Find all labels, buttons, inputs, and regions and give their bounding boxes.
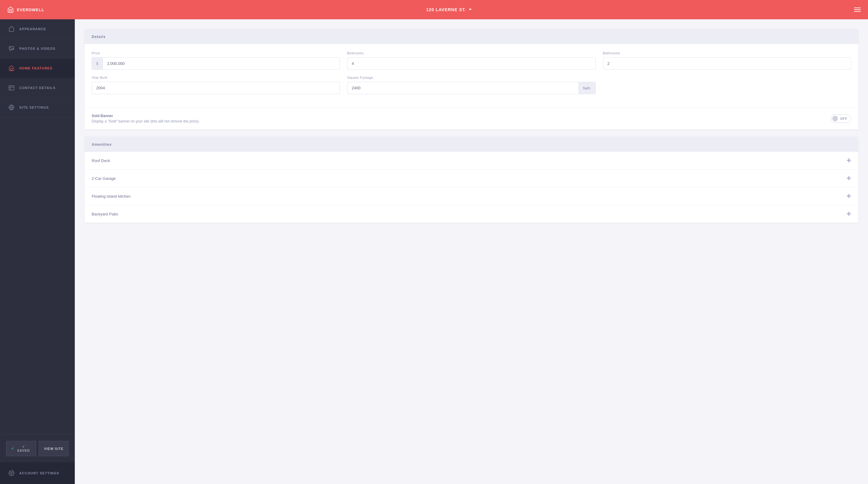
bedrooms-input[interactable] — [347, 57, 595, 70]
year-built-input[interactable] — [92, 82, 340, 94]
price-input[interactable] — [103, 58, 340, 69]
sqft-group: Square Footage Sqft. — [347, 76, 595, 94]
amenity-add-icon[interactable]: ✚ — [846, 193, 851, 200]
sidebar-item-account-settings[interactable]: ACCOUNT SETTINGS — [0, 462, 75, 484]
view-site-button[interactable]: VIEW SITE — [39, 441, 69, 456]
sqft-input-wrapper: Sqft. — [347, 82, 595, 94]
toggle-knob — [832, 116, 838, 121]
year-built-group: Year Built — [92, 76, 340, 94]
amenity-name: Roof Deck — [92, 158, 110, 163]
amenity-name: Floating island kitchen — [92, 194, 131, 199]
sidebar: APPEARANCE PHOTOS & VIDEOS HOME FEATURES — [0, 19, 75, 484]
bathrooms-input[interactable] — [603, 57, 851, 70]
sold-banner-desc: Display a "Sold" banner on your site (th… — [92, 119, 199, 123]
amenity-item[interactable]: Roof Deck ✚ — [85, 152, 858, 170]
price-prefix: $ — [92, 58, 103, 69]
svg-rect-3 — [9, 86, 14, 90]
amenities-header: Amenities — [85, 137, 858, 152]
sold-banner-label: Sold Banner — [92, 114, 199, 118]
svg-point-8 — [11, 473, 12, 474]
details-body: Price $ Bedrooms Bathrooms — [85, 44, 858, 108]
bedrooms-group: Bedrooms — [347, 51, 595, 70]
sidebar-item-home-features[interactable]: HOME FEATURES — [0, 59, 75, 78]
sold-banner-toggle[interactable]: OFF — [831, 114, 851, 123]
svg-point-1 — [10, 48, 11, 48]
price-label: Price — [92, 51, 340, 55]
sidebar-bottom: ✓ ✓ SAVED VIEW SITE — [0, 434, 75, 462]
toggle-label: OFF — [840, 117, 847, 120]
details-header: Details — [85, 29, 858, 44]
amenity-item[interactable]: 2-Car Garage ✚ — [85, 170, 858, 187]
amenities-title: Amenities — [92, 143, 112, 147]
sold-banner-row: Sold Banner Display a "Sold" banner on y… — [85, 108, 858, 129]
svg-rect-2 — [11, 68, 12, 70]
layout: APPEARANCE PHOTOS & VIDEOS HOME FEATURES — [0, 19, 868, 484]
main-content: Details Price $ Bedrooms — [75, 19, 868, 484]
amenities-section: Amenities Roof Deck ✚ 2-Car Garage ✚ Flo… — [85, 137, 858, 223]
sidebar-nav: APPEARANCE PHOTOS & VIDEOS HOME FEATURES — [0, 19, 75, 434]
bedrooms-label: Bedrooms — [347, 51, 595, 55]
details-section: Details Price $ Bedrooms — [85, 29, 858, 129]
logo[interactable]: EVERDWELL — [7, 6, 44, 13]
bathrooms-label: Bathrooms — [603, 51, 851, 55]
form-row-1: Price $ Bedrooms Bathrooms — [92, 51, 851, 70]
saved-button[interactable]: ✓ ✓ SAVED — [6, 441, 36, 456]
amenity-add-icon[interactable]: ✚ — [846, 211, 851, 217]
menu-button[interactable] — [854, 7, 861, 12]
sidebar-item-contact-details[interactable]: CONTACT DETAILS — [0, 78, 75, 98]
sqft-label: Square Footage — [347, 76, 595, 79]
amenity-item[interactable]: Floating island kitchen ✚ — [85, 187, 858, 205]
amenity-add-icon[interactable]: ✚ — [846, 157, 851, 164]
year-built-label: Year Built — [92, 76, 340, 79]
details-title: Details — [92, 35, 105, 39]
sidebar-item-photos-videos[interactable]: PHOTOS & VIDEOS — [0, 39, 75, 59]
sqft-input[interactable] — [347, 82, 578, 94]
placeholder-group — [603, 76, 851, 94]
bathrooms-group: Bathrooms — [603, 51, 851, 70]
logo-text: EVERDWELL — [17, 7, 44, 12]
amenity-name: 2-Car Garage — [92, 176, 116, 181]
amenity-add-icon[interactable]: ✚ — [846, 175, 851, 182]
sidebar-item-site-settings[interactable]: SITE SETTINGS — [0, 98, 75, 117]
header: EVERDWELL 120 LAVERNE ST. — [0, 0, 868, 19]
property-title[interactable]: 120 LAVERNE ST. — [426, 7, 472, 12]
amenity-name: Backyard Patio — [92, 212, 118, 216]
amenity-item[interactable]: Backyard Patio ✚ — [85, 205, 858, 223]
form-row-2: Year Built Square Footage Sqft. — [92, 76, 851, 94]
amenities-list: Roof Deck ✚ 2-Car Garage ✚ Floating isla… — [85, 152, 858, 223]
sidebar-item-appearance[interactable]: APPEARANCE — [0, 19, 75, 39]
sqft-suffix: Sqft. — [579, 82, 595, 94]
price-input-wrapper: $ — [92, 57, 340, 70]
price-group: Price $ — [92, 51, 340, 70]
